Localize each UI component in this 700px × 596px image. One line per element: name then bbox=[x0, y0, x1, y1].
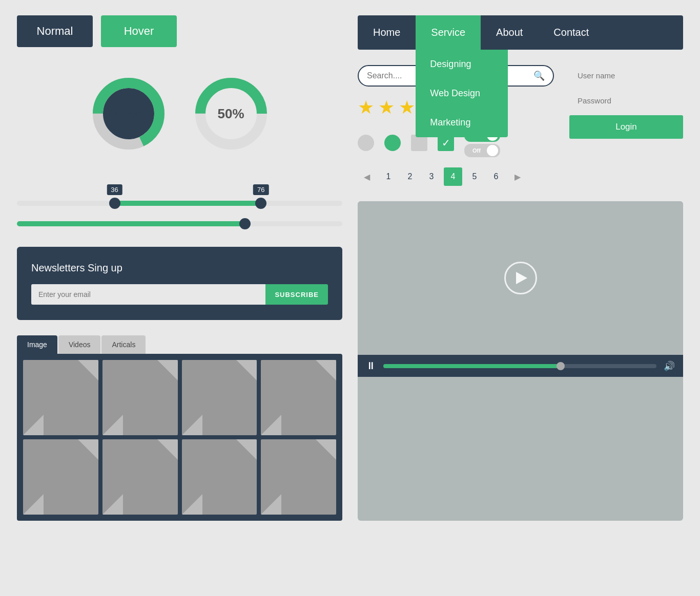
dual-slider-track[interactable] bbox=[17, 201, 342, 206]
slider-thumb-right[interactable] bbox=[255, 198, 266, 209]
newsletter-box: Newsletters Sing up SUBSCRIBE bbox=[17, 247, 342, 320]
page-4[interactable]: 4 bbox=[444, 167, 462, 186]
page-next[interactable]: ▶ bbox=[508, 167, 527, 186]
video-controls: ⏸ 🔊 bbox=[358, 355, 683, 377]
sliders-section: 36 76 bbox=[17, 180, 342, 231]
nav-service-wrapper: Service Designing Web Design Marketing bbox=[416, 15, 481, 50]
pagination: ◀ 1 2 3 4 5 6 ▶ bbox=[358, 167, 554, 186]
nav-home[interactable]: Home bbox=[358, 15, 416, 50]
gallery-item-2[interactable] bbox=[102, 360, 178, 435]
donut-chart-1: 68% bbox=[88, 73, 170, 155]
volume-icon[interactable]: 🔊 bbox=[664, 360, 675, 372]
slider-thumb-left[interactable] bbox=[109, 198, 120, 209]
slider-tooltip-right: 76 bbox=[253, 184, 269, 195]
gallery-item-7[interactable] bbox=[182, 439, 257, 515]
subscribe-button[interactable]: SUBSCRIBE bbox=[265, 284, 328, 305]
play-button[interactable] bbox=[504, 262, 537, 294]
video-progress-track[interactable] bbox=[383, 364, 656, 368]
radio-on[interactable] bbox=[384, 135, 401, 151]
video-progress-fill bbox=[383, 364, 561, 368]
dropdown-webdesign[interactable]: Web Design bbox=[416, 79, 508, 108]
pause-button[interactable]: ⏸ bbox=[366, 360, 376, 372]
tab-bar: Image Videos Articals bbox=[17, 335, 342, 354]
tab-videos[interactable]: Videos bbox=[58, 335, 101, 354]
newsletter-title: Newsletters Sing up bbox=[31, 262, 328, 274]
video-progress-thumb[interactable] bbox=[557, 362, 565, 370]
gallery-grid bbox=[17, 354, 342, 521]
tab-articles[interactable]: Articals bbox=[101, 335, 146, 354]
page-5[interactable]: 5 bbox=[465, 167, 484, 186]
toggle-off-label: Off bbox=[466, 147, 487, 154]
slider-tooltip-left: 36 bbox=[107, 184, 122, 195]
gallery-item-5[interactable] bbox=[23, 439, 98, 515]
page-1[interactable]: 1 bbox=[379, 167, 398, 186]
nav-dropdown: Designing Web Design Marketing bbox=[416, 50, 508, 137]
gallery-item-8[interactable] bbox=[261, 439, 336, 515]
email-field[interactable] bbox=[31, 284, 265, 305]
nav-contact[interactable]: Contact bbox=[538, 15, 604, 50]
page-prev[interactable]: ◀ bbox=[358, 167, 376, 186]
normal-button[interactable]: Normal bbox=[17, 15, 93, 47]
search-icon: 🔍 bbox=[533, 70, 545, 81]
dropdown-designing[interactable]: Designing bbox=[416, 50, 508, 79]
single-slider[interactable] bbox=[17, 221, 342, 226]
single-slider-thumb[interactable] bbox=[239, 218, 251, 229]
radio-off[interactable] bbox=[358, 135, 374, 151]
nav-about[interactable]: About bbox=[481, 15, 538, 50]
dual-slider[interactable]: 36 76 bbox=[17, 201, 342, 206]
page-6[interactable]: 6 bbox=[487, 167, 505, 186]
gallery-item-6[interactable] bbox=[102, 439, 178, 515]
play-icon bbox=[516, 272, 527, 284]
navbar: Home Service Designing Web Design Market… bbox=[358, 15, 683, 50]
nav-service[interactable]: Service bbox=[416, 15, 481, 50]
gallery-item-1[interactable] bbox=[23, 360, 98, 435]
single-slider-fill bbox=[17, 221, 245, 226]
gallery-item-4[interactable] bbox=[261, 360, 336, 435]
page-3[interactable]: 3 bbox=[422, 167, 441, 186]
page-2[interactable]: 2 bbox=[401, 167, 419, 186]
auth-form: Login bbox=[569, 65, 683, 186]
single-slider-track[interactable] bbox=[17, 221, 342, 226]
star-2[interactable]: ★ bbox=[378, 97, 395, 118]
star-3[interactable]: ★ bbox=[399, 97, 415, 118]
newsletter-form: SUBSCRIBE bbox=[31, 284, 328, 305]
donut-2-label: 50% bbox=[217, 106, 244, 122]
video-player: ⏸ 🔊 bbox=[358, 201, 683, 521]
donut-chart-2: 50% bbox=[190, 73, 272, 155]
dropdown-marketing[interactable]: Marketing bbox=[416, 108, 508, 137]
tabs-gallery: Image Videos Articals bbox=[17, 335, 342, 521]
right-middle: 🔍 ★ ★ ★ ★ ★ bbox=[358, 65, 683, 186]
video-screen[interactable] bbox=[358, 201, 683, 355]
donut-1-label: 68% bbox=[115, 106, 141, 122]
toggle-off[interactable]: Off bbox=[464, 144, 500, 157]
gallery-item-3[interactable] bbox=[182, 360, 257, 435]
tab-image[interactable]: Image bbox=[17, 335, 57, 354]
charts-row: 68% 50% bbox=[17, 62, 342, 165]
login-button[interactable]: Login bbox=[569, 115, 683, 139]
username-field[interactable] bbox=[569, 65, 683, 86]
toggle-knob-off bbox=[487, 145, 498, 156]
password-field[interactable] bbox=[569, 90, 683, 111]
star-1[interactable]: ★ bbox=[358, 97, 374, 118]
hover-button[interactable]: Hover bbox=[101, 15, 177, 47]
